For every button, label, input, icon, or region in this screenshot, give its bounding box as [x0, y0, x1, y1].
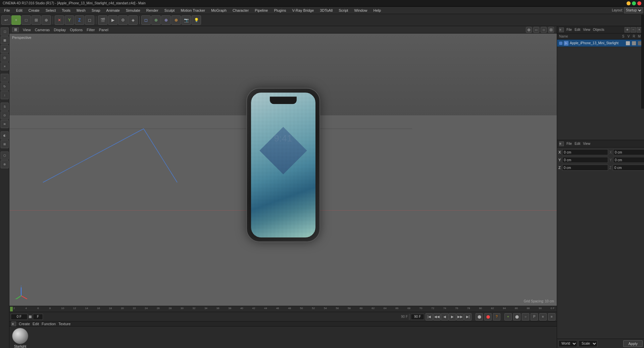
menu-edit[interactable]: Edit — [13, 8, 25, 13]
sidebar-point-btn[interactable]: ◎ — [1, 54, 9, 62]
sidebar-rotate-btn[interactable]: ↻ — [1, 82, 9, 91]
play-btn[interactable]: ▶ — [449, 313, 456, 321]
camera-btn[interactable]: 📷 — [182, 15, 191, 25]
obj-s-icon[interactable] — [626, 41, 630, 45]
sidebar-move-btn[interactable]: ↔ — [1, 74, 9, 82]
om-file-menu[interactable]: File — [566, 28, 572, 32]
open-btn[interactable]: ⊞ — [32, 15, 41, 25]
fcurve-btn[interactable]: ○ — [522, 313, 529, 321]
vp-icon3[interactable]: ○ — [541, 27, 547, 33]
render-region-btn[interactable]: 🎬 — [98, 15, 107, 25]
menu-create[interactable]: Create — [26, 8, 42, 13]
vp-icon2[interactable]: ↔ — [533, 27, 539, 33]
render-view-btn[interactable]: ▶ — [108, 15, 117, 25]
attr-view-menu[interactable]: View — [583, 142, 590, 146]
menu-pipeline[interactable]: Pipeline — [252, 8, 270, 13]
y-pos-input[interactable] — [562, 157, 608, 163]
sidebar-edge-btn[interactable]: ◈ — [1, 45, 9, 53]
menu-render[interactable]: Render — [144, 8, 161, 13]
sidebar-paint-btn[interactable]: ⊛ — [1, 160, 9, 168]
render-settings-btn[interactable]: ⚙ — [118, 15, 128, 25]
sidebar-texture-btn[interactable]: ⊞ — [1, 140, 9, 148]
spline-btn[interactable]: ⊕ — [151, 15, 161, 25]
minimize-btn[interactable] — [627, 1, 631, 5]
next-frame-btn[interactable]: ▶▶ — [456, 313, 464, 321]
om-icon1[interactable]: ⊕ — [625, 27, 630, 33]
menu-simulate[interactable]: Simulate — [123, 8, 143, 13]
sidebar-model-btn[interactable]: ◻ — [1, 27, 9, 36]
max-frame-input[interactable] — [411, 314, 424, 320]
goto-end-btn[interactable]: ▶| — [464, 313, 472, 321]
menu-vray[interactable]: V-Ray Bridge — [290, 8, 317, 13]
z-pos-input[interactable] — [562, 165, 608, 171]
play-back-btn[interactable]: ◀ — [441, 313, 448, 321]
scale-btn[interactable]: ◻ — [85, 15, 94, 25]
add-key-btn[interactable]: + — [504, 313, 512, 321]
coord-system-select[interactable]: World — [558, 340, 577, 347]
sidebar-magnet-btn[interactable]: ⊙ — [1, 111, 9, 119]
primitive-btn[interactable]: ◻ — [141, 15, 151, 25]
motion-btn[interactable]: ≡ — [539, 313, 547, 321]
menu-mograph[interactable]: MoGraph — [208, 8, 229, 13]
timeline-btn[interactable]: P — [531, 313, 538, 321]
sidebar-spline-btn[interactable]: S — [1, 103, 9, 111]
current-frame-input[interactable] — [11, 314, 28, 320]
timeline-track[interactable]: 2 4 6 8 10 12 14 16 18 20 22 24 26 28 — [13, 306, 556, 312]
select-btn[interactable]: ✕ — [55, 15, 64, 25]
object-row-iphone[interactable]: ▷ Apple_iPhone_13_Mini_Starlight — [557, 40, 644, 47]
om-handle[interactable]: ≡ — [559, 27, 564, 32]
menu-select[interactable]: Select — [43, 8, 59, 13]
viewport-cameras-menu[interactable]: Cameras — [35, 28, 50, 32]
menu-help[interactable]: Help — [371, 8, 384, 13]
vp-icon1[interactable]: ⊕ — [526, 27, 532, 33]
timeline-ruler[interactable]: 2 4 6 8 10 12 14 16 18 20 22 24 26 28 — [9, 306, 557, 312]
bp-create-menu[interactable]: Create — [19, 322, 30, 326]
menu-tools[interactable]: Tools — [59, 8, 73, 13]
om-view-menu[interactable]: View — [583, 28, 590, 32]
menu-window[interactable]: Window — [351, 8, 370, 13]
vp-icon4[interactable]: ⊞ — [548, 27, 554, 33]
x-pos-input[interactable] — [562, 149, 608, 155]
viewport-options-menu[interactable]: Options — [70, 28, 83, 32]
keyframe-btn[interactable]: ⬤ — [476, 313, 483, 321]
menu-file[interactable]: File — [1, 8, 13, 13]
sidebar-poly-btn[interactable]: ▦ — [1, 36, 9, 44]
close-btn[interactable] — [637, 1, 641, 5]
om-objects-menu[interactable]: Objects — [593, 28, 604, 32]
apply-button[interactable]: Apply — [623, 340, 643, 347]
viewport-display-menu[interactable]: Display — [54, 28, 66, 32]
panel-handle[interactable]: ≡ — [11, 322, 16, 326]
sidebar-uv-btn[interactable]: ≡ — [1, 62, 9, 70]
light-btn[interactable]: 💡 — [192, 15, 201, 25]
viewport-view-menu[interactable]: View — [23, 28, 31, 32]
undo-btn[interactable]: ↩ — [1, 15, 11, 25]
bp-edit-menu[interactable]: Edit — [33, 322, 39, 326]
obj-v-icon[interactable] — [632, 41, 636, 45]
menu-sculpt[interactable]: Sculpt — [162, 8, 178, 13]
attr-edit-menu[interactable]: Edit — [575, 142, 580, 146]
x-rot-input[interactable] — [613, 149, 644, 155]
tool-a-btn[interactable]: ◈ — [128, 15, 138, 25]
move-btn[interactable]: Y — [65, 15, 74, 25]
om-edit-menu[interactable]: Edit — [575, 28, 580, 32]
viewport-expand-btn[interactable]: ⊞ — [12, 27, 19, 32]
sidebar-brush-btn[interactable]: ≋ — [1, 120, 9, 128]
redo-btn[interactable]: + — [11, 15, 21, 25]
sidebar-polygon-btn[interactable]: ⬡ — [1, 152, 9, 160]
sidebar-scale-btn[interactable]: ↕ — [1, 91, 9, 99]
transform-mode-select[interactable]: Scale — [579, 340, 597, 347]
om-icon2[interactable]: ↔ — [631, 27, 636, 33]
auto-key-btn[interactable]: ? — [493, 313, 500, 321]
maximize-btn[interactable] — [632, 1, 636, 5]
z-rot-input[interactable] — [613, 165, 644, 171]
attr-handle[interactable]: ≡ — [559, 141, 564, 146]
tool3-btn[interactable]: ⊕ — [42, 15, 51, 25]
menu-snap[interactable]: Snap — [89, 8, 103, 13]
menu-motion-tracker[interactable]: Motion Tracker — [178, 8, 208, 13]
frame-value-input[interactable] — [33, 314, 43, 320]
sidebar-material-btn[interactable]: ◐ — [1, 131, 9, 139]
menu-animate[interactable]: Animate — [104, 8, 122, 13]
rotate-btn[interactable]: Z — [75, 15, 84, 25]
menu-script[interactable]: Script — [336, 8, 351, 13]
material-ball-starlight[interactable] — [12, 328, 28, 344]
